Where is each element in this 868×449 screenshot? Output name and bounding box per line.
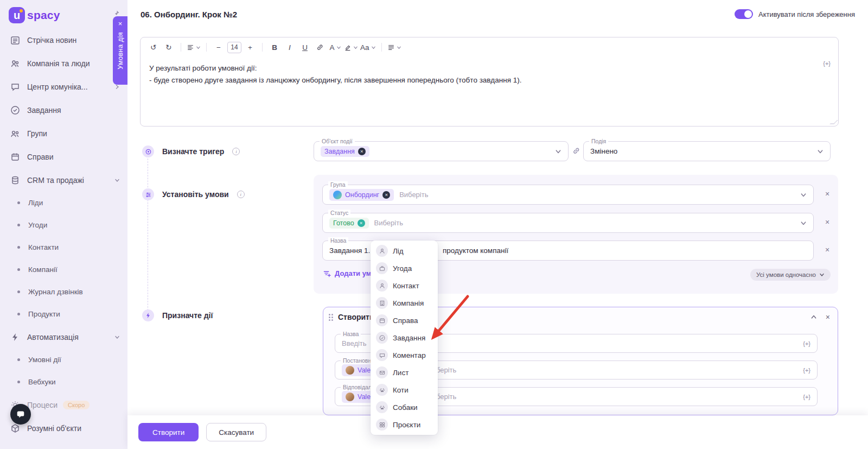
dropdown-item-dogs[interactable]: Собаки [371,399,438,416]
letter-case-button[interactable]: Aa [360,41,376,54]
remove-chip-icon[interactable]: × [358,219,365,227]
event-object-select[interactable]: Об'єкт події Завдання × [314,141,569,161]
chevron-down-icon[interactable] [800,192,807,198]
logo-text: spacy [27,9,60,22]
sidebar-item-groups[interactable]: Групи [0,122,127,145]
sidebar-item-comm-center[interactable]: Центр комуніка... [0,75,127,98]
sidebar-item-call-log[interactable]: Журнал дзвінків [0,281,127,303]
chevron-right-icon [114,84,120,90]
font-size-value[interactable]: 14 [227,42,241,53]
decrease-font-button[interactable]: − [212,41,225,54]
label: Автоматизація [27,333,79,342]
sidebar-item-conditional-actions[interactable]: Умовні дії [0,349,127,371]
sidebar-item-activities[interactable]: Справи [0,145,127,168]
bold-button[interactable]: B [268,41,281,54]
label: Журнал дзвінків [28,288,83,296]
close-icon[interactable]: × [118,20,123,27]
sidebar-item-news-feed[interactable]: Стрічка новин [0,28,127,52]
sidebar-item-automation[interactable]: Автоматизація [0,325,127,349]
dropdown-item-label: Компанія [393,299,424,307]
info-icon[interactable]: i [237,191,245,198]
chevron-down-icon [371,45,376,50]
conditional-action-tab[interactable]: × Умовна дія [113,16,127,85]
text-color-button[interactable]: A [329,41,342,54]
section-title: Призначте дії [162,311,213,320]
divider [381,43,382,52]
sidebar-item-contacts[interactable]: Контакти [0,236,127,258]
dropdown-item-deal[interactable]: Угода [371,260,438,277]
sidebar-item-company-people[interactable]: Компанія та люди [0,52,127,75]
sidebar-item-leads[interactable]: Ліди [0,192,127,214]
cancel-button[interactable]: Скасувати [206,423,266,441]
dropdown-item-lead[interactable]: Лід [371,242,438,260]
selected-chip: Онбординг × [329,189,394,201]
soon-badge: Скоро [63,401,90,409]
dropdown-item-label: Справа [393,317,418,325]
dropdown-item-activity[interactable]: Справа [371,312,438,329]
sidebar-item-crm[interactable]: CRM та продажі [0,168,127,192]
dropdown-item-projects[interactable]: Проєкти [371,416,438,433]
dropdown-item-contact[interactable]: Контакт [371,277,438,294]
close-icon[interactable]: × [826,313,830,321]
chevron-down-icon[interactable] [800,220,807,226]
increase-font-button[interactable]: + [244,41,257,54]
sidebar-nav: Стрічка новин Компанія та люди Центр ком… [0,28,127,440]
align-button[interactable] [387,41,401,54]
insert-token-button[interactable]: {+} [823,60,831,67]
event-select[interactable]: Подія Змінено [583,141,831,161]
paragraph-style-button[interactable] [187,41,201,54]
sidebar-item-products[interactable]: Продукти [0,303,127,325]
create-button[interactable]: Створити [138,423,199,441]
insert-token-button[interactable]: {+} [803,340,810,347]
tab-label: Умовна дія [117,32,124,69]
chevron-down-icon [353,45,358,50]
dropdown-item-company[interactable]: Компанія [371,294,438,312]
conditions-match-mode[interactable]: Усі умови одночасно [750,269,831,281]
highlight-color-button[interactable] [344,41,358,54]
selected-chip: Завдання × [321,146,369,157]
dropdown-item-cats[interactable]: Коти [371,381,438,399]
chat-bubble-icon [16,409,25,419]
editor-text-area[interactable]: У результаті роботи умовної дії: - буде … [141,57,838,127]
uspacy-app: { "colors": { "accent": "#7c52ef", "arro… [0,0,868,449]
comment-icon [376,349,388,361]
chevron-down-icon[interactable] [555,148,561,155]
dropdown-item-comment[interactable]: Коментар [371,346,438,364]
section-title: Установіть умови [162,190,229,199]
bolt-icon [10,332,21,343]
redo-button[interactable]: ↻ [162,41,175,54]
drag-handle-icon[interactable] [329,314,333,321]
support-chat-button[interactable] [10,404,31,425]
dropdown-item-email[interactable]: Лист [371,364,438,381]
sidebar-item-deals[interactable]: Угоди [0,214,127,236]
insert-token-button[interactable]: {+} [803,367,810,374]
sidebar-item-tasks[interactable]: Завдання [0,98,127,122]
info-icon[interactable]: i [232,148,240,155]
undo-button[interactable]: ↺ [147,41,160,54]
sidebar-item-companies[interactable]: Компанії [0,258,127,281]
italic-button[interactable]: I [283,41,296,54]
status-condition-select[interactable]: Статус Готово × Виберіть [322,213,814,233]
label: Ліди [28,199,43,207]
activate-toggle[interactable] [735,9,753,19]
clear-condition-icon[interactable]: × [822,245,832,254]
group-condition-select[interactable]: Група Онбординг × Виберіть [322,185,814,205]
sidebar-item-webhooks[interactable]: Вебхуки [0,371,127,393]
field-label: Об'єкт події [320,138,355,144]
clear-condition-icon[interactable]: × [822,218,832,226]
action-card-title: Створити [338,313,374,321]
chevron-down-icon[interactable] [817,148,824,155]
label: Умовні дії [28,356,61,364]
uspacy-logo[interactable]: u spacy [0,0,127,26]
dropdown-item-task[interactable]: Завдання [371,329,438,346]
remove-chip-icon[interactable]: × [382,191,390,199]
dropdown-item-label: Собаки [393,403,418,412]
clear-condition-icon[interactable]: × [822,189,832,198]
remove-chip-icon[interactable]: × [358,148,366,155]
divider [206,43,207,52]
insert-token-button[interactable]: {+} [803,394,810,400]
collapse-icon[interactable] [810,314,817,320]
dropdown-item-label: Угода [393,264,412,273]
underline-button[interactable]: U [298,41,311,54]
insert-link-button[interactable] [314,41,327,54]
